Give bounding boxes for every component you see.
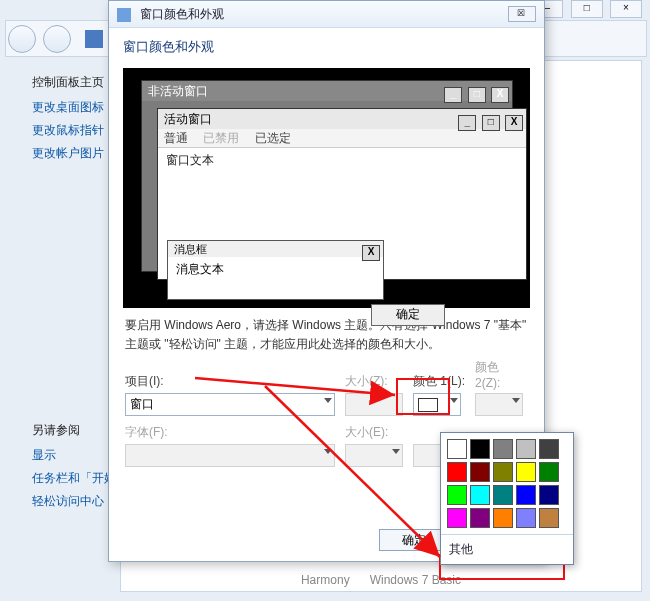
color-swatch[interactable] bbox=[470, 508, 490, 528]
color-swatch[interactable] bbox=[516, 485, 536, 505]
sidebar-item-ease-of-access[interactable]: 轻松访问中心 bbox=[32, 493, 118, 510]
size-spinner bbox=[345, 393, 403, 416]
max-icon: □ bbox=[482, 115, 500, 131]
color-swatch[interactable] bbox=[447, 508, 467, 528]
outer-close-button[interactable]: × bbox=[610, 0, 642, 18]
preview-menu-selected: 已选定 bbox=[255, 131, 291, 145]
preview-ok-button: 确定 bbox=[371, 304, 445, 326]
preview-menu-normal: 普通 bbox=[164, 131, 188, 145]
close-icon: X bbox=[505, 115, 523, 131]
ok-button[interactable]: 确定 bbox=[379, 529, 449, 551]
back-button[interactable] bbox=[8, 25, 36, 53]
sidebar-item-desktop-icons[interactable]: 更改桌面图标 bbox=[32, 99, 118, 116]
item-label: 项目(I): bbox=[125, 373, 335, 390]
max-icon: □ bbox=[468, 87, 486, 103]
sidebar-item-mouse-pointer[interactable]: 更改鼠标指针 bbox=[32, 122, 118, 139]
chevron-down-icon bbox=[392, 449, 400, 454]
color-swatch[interactable] bbox=[539, 485, 559, 505]
item-value: 窗口 bbox=[130, 396, 154, 413]
font-size-label: 大小(E): bbox=[345, 424, 403, 441]
sidebar-home[interactable]: 控制面板主页 bbox=[32, 74, 118, 91]
dialog-title: 窗口颜色和外观 bbox=[140, 7, 224, 21]
item-combobox[interactable]: 窗口 bbox=[125, 393, 335, 416]
close-icon: X bbox=[491, 87, 509, 103]
color-swatch[interactable] bbox=[516, 508, 536, 528]
color-swatch[interactable] bbox=[447, 462, 467, 482]
forward-button[interactable] bbox=[43, 25, 71, 53]
color2-picker bbox=[475, 393, 523, 416]
color-swatch[interactable] bbox=[493, 462, 513, 482]
outer-max-button[interactable]: □ bbox=[571, 0, 603, 18]
chevron-down-icon bbox=[450, 398, 458, 403]
preview-message-box: 消息框 X 消息文本 bbox=[167, 240, 384, 300]
color-swatch[interactable] bbox=[539, 508, 559, 528]
preview-menu-disabled: 已禁用 bbox=[203, 131, 239, 145]
control-panel-sidebar: 控制面板主页 更改桌面图标 更改鼠标指针 更改帐户图片 另请参阅 显示 任务栏和… bbox=[8, 60, 118, 516]
color-popup[interactable]: 其他 bbox=[440, 432, 574, 565]
min-icon: _ bbox=[458, 115, 476, 131]
sidebar-item-account-picture[interactable]: 更改帐户图片 bbox=[32, 145, 118, 162]
color1-picker[interactable] bbox=[413, 393, 461, 416]
color-swatch[interactable] bbox=[493, 508, 513, 528]
preview-window-body: 窗口文本 bbox=[158, 148, 526, 173]
chevron-down-icon bbox=[324, 449, 332, 454]
color-swatch[interactable] bbox=[470, 485, 490, 505]
color-grid bbox=[447, 439, 567, 528]
theme-label-basic: Windows 7 Basic bbox=[370, 573, 461, 587]
sidebar-item-display[interactable]: 显示 bbox=[32, 447, 118, 464]
color-swatch[interactable] bbox=[493, 439, 513, 459]
theme-label-harmony: Harmony bbox=[301, 573, 350, 587]
color1-label: 颜色 1(L): bbox=[413, 373, 465, 390]
color-swatch[interactable] bbox=[447, 439, 467, 459]
chevron-down-icon bbox=[324, 398, 332, 403]
color-swatch[interactable] bbox=[539, 439, 559, 459]
other-color-button[interactable]: 其他 bbox=[441, 534, 573, 562]
aero-hint-text: 要启用 Windows Aero，请选择 Windows 主题。只有选择 Win… bbox=[125, 316, 528, 353]
dialog-close-button[interactable]: ☒ bbox=[508, 6, 536, 22]
color-swatch[interactable] bbox=[539, 462, 559, 482]
color-swatch[interactable] bbox=[493, 485, 513, 505]
sidebar-see-also: 另请参阅 bbox=[32, 422, 118, 439]
preview-area: 非活动窗口 _ □ X 活动窗口 _ □ X 普通 已禁用 已选定 bbox=[123, 68, 530, 308]
color2-label: 颜色 2(Z): bbox=[475, 359, 527, 390]
color-swatch[interactable] bbox=[516, 462, 536, 482]
min-icon: _ bbox=[444, 87, 462, 103]
sidebar-item-taskbar[interactable]: 任务栏和「开始 bbox=[32, 470, 118, 487]
preview-inactive-caption: 非活动窗口 bbox=[148, 84, 208, 98]
color-swatch[interactable] bbox=[447, 485, 467, 505]
preview-msg-body: 消息文本 bbox=[168, 257, 383, 282]
dialog-titlebar[interactable]: 窗口颜色和外观 ☒ bbox=[109, 1, 544, 28]
color-swatch[interactable] bbox=[470, 439, 490, 459]
color-swatch[interactable] bbox=[516, 439, 536, 459]
size-label: 大小(Z): bbox=[345, 373, 403, 390]
font-label: 字体(F): bbox=[125, 424, 335, 441]
preview-active-caption: 活动窗口 bbox=[164, 112, 212, 126]
preview-msg-caption: 消息框 bbox=[174, 243, 207, 255]
close-icon: X bbox=[362, 245, 380, 261]
font-combobox bbox=[125, 444, 335, 467]
chevron-down-icon bbox=[512, 398, 520, 403]
dialog-heading: 窗口颜色和外观 bbox=[109, 28, 544, 62]
breadcrumb-icon bbox=[85, 30, 103, 48]
color1-swatch bbox=[418, 398, 438, 412]
color-swatch[interactable] bbox=[470, 462, 490, 482]
dialog-icon bbox=[117, 8, 131, 22]
font-size-combobox bbox=[345, 444, 403, 467]
